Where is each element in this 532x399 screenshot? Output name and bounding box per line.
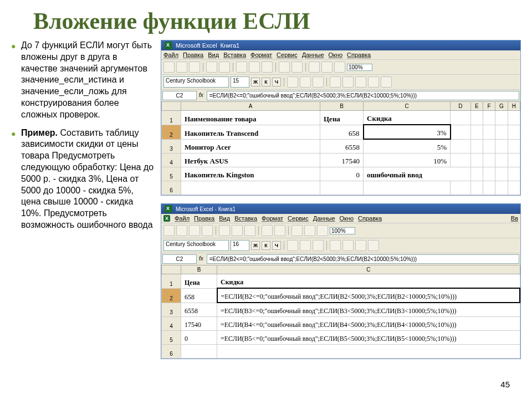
row-header[interactable]: 3 bbox=[162, 303, 181, 317]
undo-icon[interactable] bbox=[262, 225, 273, 236]
worksheet[interactable]: A B C D E F G H 1 Наименование товара Це… bbox=[161, 101, 520, 195]
sort-desc-icon[interactable] bbox=[321, 62, 332, 73]
row-header[interactable]: 2 bbox=[162, 288, 181, 303]
cell[interactable] bbox=[483, 154, 495, 167]
cut-icon[interactable] bbox=[219, 225, 230, 236]
menu-item[interactable]: Правка bbox=[183, 52, 203, 58]
row-header[interactable]: 6 bbox=[162, 181, 181, 195]
align-right-icon[interactable] bbox=[313, 240, 324, 251]
borders-icon[interactable] bbox=[355, 76, 366, 88]
row-header[interactable]: 3 bbox=[162, 139, 181, 154]
row-header[interactable]: 4 bbox=[162, 154, 181, 167]
cell[interactable] bbox=[470, 181, 483, 195]
cell[interactable]: Скидка bbox=[217, 274, 520, 289]
cell[interactable] bbox=[495, 154, 508, 167]
cell[interactable]: =ЕСЛИ(B3<=0;"ошибочный ввод";ЕСЛИ(B3<500… bbox=[217, 303, 520, 317]
align-left-icon[interactable] bbox=[287, 76, 298, 88]
cell[interactable]: 5% bbox=[364, 139, 451, 154]
cell[interactable] bbox=[495, 139, 508, 154]
cell[interactable] bbox=[451, 139, 471, 154]
italic-button[interactable]: К bbox=[262, 241, 270, 250]
cell[interactable] bbox=[181, 345, 217, 359]
cell[interactable] bbox=[320, 181, 364, 195]
align-right-icon[interactable] bbox=[313, 76, 324, 88]
font-size-select[interactable]: 15 bbox=[231, 76, 249, 88]
cell[interactable] bbox=[364, 181, 451, 195]
font-select[interactable]: Century Schoolbook bbox=[163, 76, 229, 88]
cell[interactable] bbox=[451, 154, 471, 167]
row-header[interactable]: 2 bbox=[162, 125, 181, 139]
font-size-select[interactable]: 16 bbox=[231, 240, 249, 251]
cell[interactable] bbox=[451, 111, 471, 125]
cell[interactable] bbox=[470, 125, 483, 139]
cell[interactable]: 0 bbox=[320, 167, 364, 181]
cell[interactable] bbox=[508, 181, 520, 195]
row-header[interactable]: 5 bbox=[162, 331, 181, 345]
redo-icon[interactable] bbox=[274, 225, 285, 236]
menu-item[interactable]: Формат bbox=[262, 215, 283, 222]
print-icon[interactable] bbox=[202, 225, 213, 236]
menu-item[interactable]: Данные bbox=[302, 52, 324, 58]
paste-icon[interactable] bbox=[244, 225, 255, 236]
cell[interactable]: Цена bbox=[181, 274, 217, 289]
cell[interactable]: ошибочный ввод bbox=[364, 167, 471, 181]
cell[interactable] bbox=[483, 125, 495, 139]
zoom-input[interactable]: 100% bbox=[347, 64, 372, 71]
cell[interactable] bbox=[508, 167, 520, 181]
cell[interactable]: Накопитель Transcend bbox=[181, 125, 320, 139]
cell[interactable] bbox=[470, 167, 483, 181]
save-icon[interactable] bbox=[189, 62, 200, 73]
menu-item[interactable]: Вставка bbox=[234, 215, 257, 222]
menu-item[interactable]: Сервис bbox=[288, 215, 309, 222]
cell[interactable]: =ЕСЛИ(B4<=0;"ошибочный ввод";ЕСЛИ(B4<500… bbox=[217, 317, 520, 331]
align-left-icon[interactable] bbox=[287, 240, 298, 251]
redo-icon[interactable] bbox=[291, 62, 303, 73]
col-header[interactable]: F bbox=[483, 102, 495, 111]
italic-button[interactable]: К bbox=[262, 78, 270, 86]
col-header[interactable]: A bbox=[181, 102, 320, 111]
new-icon[interactable] bbox=[163, 62, 175, 73]
open-icon[interactable] bbox=[176, 225, 187, 236]
cell[interactable]: 0 bbox=[181, 331, 217, 345]
menu-item[interactable]: Данные bbox=[313, 215, 335, 222]
cell[interactable] bbox=[508, 125, 520, 139]
worksheet[interactable]: B C 1 Цена Скидка 2 658 =ЕСЛИ(B2<=0;"оши… bbox=[161, 265, 520, 359]
preview-icon[interactable] bbox=[219, 62, 230, 73]
cell[interactable] bbox=[470, 139, 483, 154]
cell[interactable]: Скидка bbox=[364, 111, 451, 125]
copy-icon[interactable] bbox=[232, 225, 243, 236]
save-icon[interactable] bbox=[189, 225, 200, 236]
chart-icon[interactable] bbox=[334, 62, 345, 73]
cell[interactable] bbox=[181, 181, 320, 195]
underline-button[interactable]: Ч bbox=[272, 78, 281, 86]
currency-icon[interactable] bbox=[330, 240, 341, 251]
borders-icon[interactable] bbox=[355, 240, 366, 251]
col-header[interactable]: E bbox=[470, 102, 483, 111]
sort-asc-icon[interactable] bbox=[309, 62, 320, 73]
bold-button[interactable]: Ж bbox=[251, 78, 260, 86]
sum-icon[interactable] bbox=[291, 225, 303, 236]
col-header[interactable]: G bbox=[495, 102, 508, 111]
cell[interactable] bbox=[508, 154, 520, 167]
cell[interactable] bbox=[217, 345, 520, 359]
cell[interactable]: 6558 bbox=[181, 303, 217, 317]
sort-icon[interactable] bbox=[304, 225, 315, 236]
cell[interactable]: 10% bbox=[364, 154, 451, 167]
fill-color-icon[interactable] bbox=[368, 76, 379, 88]
menu-item[interactable]: Окно bbox=[340, 215, 354, 222]
cell[interactable]: 658 bbox=[320, 125, 364, 139]
menu-item[interactable]: Вставка bbox=[223, 52, 246, 58]
print-icon[interactable] bbox=[206, 62, 217, 73]
cell[interactable] bbox=[451, 125, 471, 139]
cell[interactable]: Цена bbox=[320, 111, 364, 125]
cell[interactable] bbox=[508, 139, 520, 154]
undo-icon[interactable] bbox=[279, 62, 290, 73]
font-color-icon[interactable] bbox=[381, 76, 392, 88]
menu-item[interactable]: Файл bbox=[175, 215, 190, 222]
name-box[interactable]: C2 bbox=[162, 91, 197, 100]
corner-cell[interactable] bbox=[162, 102, 181, 111]
menu-item[interactable]: Правка bbox=[194, 215, 214, 222]
menu-item[interactable]: Справка bbox=[347, 52, 371, 58]
col-header[interactable]: C bbox=[364, 102, 451, 111]
align-center-icon[interactable] bbox=[300, 240, 311, 251]
